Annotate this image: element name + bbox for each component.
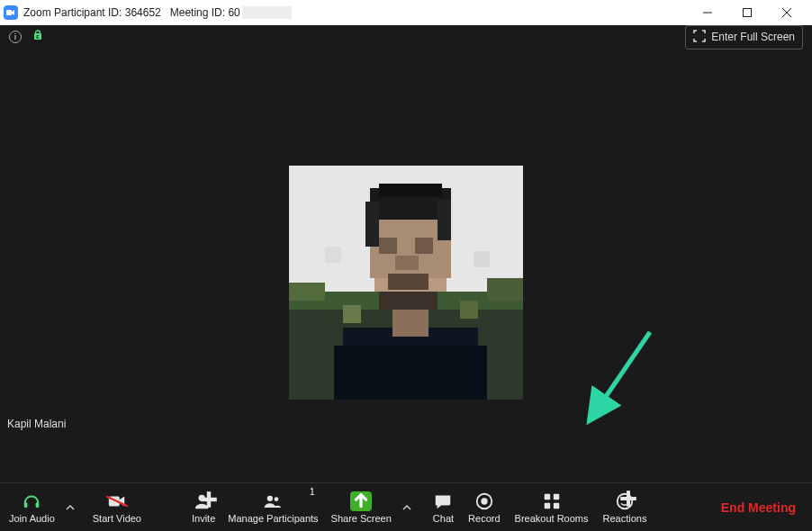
svg-rect-28 xyxy=(460,301,478,319)
svg-rect-14 xyxy=(334,346,487,400)
svg-rect-33 xyxy=(36,501,40,507)
svg-rect-32 xyxy=(24,501,28,507)
meeting-main-area: i E Enter Full Screen xyxy=(0,25,812,531)
svg-rect-45 xyxy=(553,502,558,508)
fullscreen-icon xyxy=(693,30,706,45)
reactions-label: Reactions xyxy=(603,513,647,524)
share-screen-icon xyxy=(350,491,372,511)
encryption-lock-icon[interactable]: E xyxy=(32,29,45,45)
invite-label: Invite xyxy=(192,513,215,524)
svg-rect-0 xyxy=(6,10,12,15)
annotation-arrow xyxy=(578,328,659,427)
chat-bubble-icon xyxy=(433,491,453,511)
record-icon xyxy=(474,491,494,511)
svg-point-41 xyxy=(481,498,487,504)
video-camera-icon xyxy=(107,491,127,511)
titlebar: Zoom Participant ID: 364652 Meeting ID: … xyxy=(0,0,812,25)
window-close-button[interactable] xyxy=(767,0,807,25)
svg-rect-26 xyxy=(379,292,438,310)
svg-rect-27 xyxy=(343,305,361,323)
participant-id-text: Zoom Participant ID: 364652 xyxy=(23,6,161,19)
svg-rect-43 xyxy=(553,493,558,499)
record-label: Record xyxy=(468,513,500,524)
svg-rect-15 xyxy=(392,310,429,337)
breakout-rooms-button[interactable]: Breakout Rooms xyxy=(508,483,596,532)
smiley-plus-icon xyxy=(615,491,635,511)
svg-rect-44 xyxy=(544,502,549,508)
people-icon xyxy=(263,491,283,511)
participant-name-label: Kapil Malani xyxy=(2,416,71,432)
grid-icon xyxy=(542,491,562,511)
video-area: Kapil Malani xyxy=(0,49,812,482)
svg-rect-2 xyxy=(744,9,752,17)
meeting-id-text: Meeting ID: 60 xyxy=(170,6,240,19)
share-screen-button[interactable]: Share Screen xyxy=(324,483,399,532)
enter-fullscreen-button[interactable]: Enter Full Screen xyxy=(685,25,803,50)
svg-rect-22 xyxy=(379,238,397,254)
end-meeting-button[interactable]: End Meeting xyxy=(707,500,810,515)
end-meeting-label: End Meeting xyxy=(721,500,796,515)
share-options-caret[interactable] xyxy=(399,483,415,532)
audio-options-caret[interactable] xyxy=(62,483,78,532)
svg-rect-19 xyxy=(365,202,379,247)
join-audio-button[interactable]: Join Audio xyxy=(2,483,62,532)
meeting-id-redacted xyxy=(242,6,292,19)
headphones-icon xyxy=(22,491,41,511)
person-plus-icon xyxy=(194,491,213,511)
window-maximize-button[interactable] xyxy=(727,0,767,25)
participants-count-badge: 1 xyxy=(310,487,315,497)
meeting-top-row: i E Enter Full Screen xyxy=(0,25,812,49)
fullscreen-label: Enter Full Screen xyxy=(711,31,795,43)
manage-participants-label: Manage Participants xyxy=(228,513,318,524)
svg-rect-21 xyxy=(379,184,442,197)
record-button[interactable]: Record xyxy=(461,483,507,532)
svg-rect-11 xyxy=(289,283,325,301)
share-screen-label: Share Screen xyxy=(331,513,392,524)
svg-rect-29 xyxy=(474,251,490,267)
svg-point-38 xyxy=(267,495,273,500)
zoom-app-icon xyxy=(4,5,18,20)
chat-label: Chat xyxy=(433,513,454,524)
invite-button[interactable]: Invite xyxy=(185,483,222,532)
start-video-label: Start Video xyxy=(93,513,141,524)
reactions-button[interactable]: Reactions xyxy=(596,483,654,532)
svg-rect-12 xyxy=(487,278,523,301)
window-minimize-button[interactable] xyxy=(688,0,727,25)
participant-avatar xyxy=(289,166,523,400)
join-audio-label: Join Audio xyxy=(9,513,55,524)
chat-button[interactable]: Chat xyxy=(426,483,461,532)
svg-rect-25 xyxy=(388,274,429,290)
breakout-rooms-label: Breakout Rooms xyxy=(515,513,589,524)
svg-rect-34 xyxy=(109,496,120,506)
svg-rect-23 xyxy=(415,238,433,254)
svg-line-31 xyxy=(591,332,650,418)
meeting-toolbar: Join Audio Start Video Invite 1 Manage P… xyxy=(0,482,812,531)
svg-rect-42 xyxy=(544,493,549,499)
svg-rect-20 xyxy=(438,200,451,240)
svg-rect-24 xyxy=(395,256,419,270)
svg-point-39 xyxy=(275,497,279,501)
manage-participants-button[interactable]: 1 Manage Participants xyxy=(222,483,323,532)
info-icon[interactable]: i xyxy=(9,31,22,43)
start-video-button[interactable]: Start Video xyxy=(86,483,149,532)
svg-rect-30 xyxy=(325,247,341,263)
